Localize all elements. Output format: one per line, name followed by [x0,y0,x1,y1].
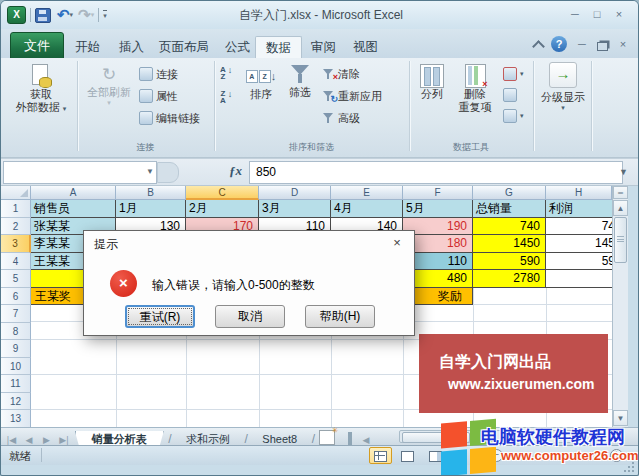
outline-button[interactable]: → 分级显示 ▾ [539,62,587,112]
select-all-corner[interactable] [1,186,31,200]
scroll-up-icon[interactable]: ▲ [613,200,628,216]
minimize-button[interactable]: ─ [564,7,586,22]
cell[interactable]: 1450 [472,234,546,253]
column-header-F[interactable]: F [403,186,473,200]
cell[interactable]: 590 [472,252,546,271]
sort-az-button[interactable]: AZ↓ [220,66,232,80]
workbook-restore-icon[interactable] [597,42,608,51]
sort-za-button[interactable]: ZA↓ [220,90,232,104]
normal-view-button[interactable] [369,447,392,464]
get-external-data-button[interactable]: 获取 外部数据 ▾ [11,64,71,115]
tab-formulas[interactable]: 公式 [215,36,260,58]
redo-button[interactable]: ↷ [78,8,91,22]
tab-review[interactable]: 审阅 [301,36,346,58]
row-header-7[interactable]: 7 [1,305,31,323]
cell[interactable]: 145 [545,234,621,253]
tab-view[interactable]: 视图 [343,36,388,58]
name-box-dropdown-icon[interactable]: ▼ [146,167,154,176]
column-header-C[interactable]: C [186,186,259,200]
data-validation-button[interactable]: ▾ [503,66,524,82]
cell[interactable]: 74 [545,217,621,236]
close-button[interactable]: × [608,7,630,22]
excel-app-icon[interactable]: X [7,6,26,24]
dialog-close-icon[interactable]: × [388,235,406,250]
vertical-scroll-thumb[interactable] [614,217,627,263]
row-header-5[interactable]: 5 [1,270,31,288]
row-header-4[interactable]: 4 [1,253,31,271]
cell[interactable]: 59 [545,252,621,271]
cell[interactable]: 4月 [330,200,403,218]
row-header-1[interactable]: 1 [1,200,31,218]
name-box[interactable]: ▼ [3,161,157,184]
cell[interactable]: 5月 [402,200,473,218]
retry-button[interactable]: 重试(R) [125,305,195,328]
insert-worksheet-icon[interactable] [319,430,335,445]
cell[interactable]: 2月 [185,200,259,218]
dialog-message: 输入错误，请输入0-500的整数 [152,277,315,294]
row-header-9[interactable]: 9 [1,340,31,358]
help-icon[interactable]: ? [551,36,567,52]
properties-button[interactable]: 属性 [139,88,200,104]
watermark-line1: 自学入门网出品 [439,352,551,373]
tab-page-layout[interactable]: 页面布局 [149,36,219,58]
clear-filter-button[interactable]: ×清除 [323,66,382,82]
cell[interactable]: 2780 [472,269,546,288]
tab-scroll-splitter[interactable] [348,432,352,445]
properties-icon [139,89,153,103]
cell[interactable]: 3月 [258,200,331,218]
workbook-close-icon[interactable]: × [616,37,630,52]
consolidate-button[interactable] [503,87,524,103]
edit-links-button[interactable]: 编辑链接 [139,110,200,126]
tab-data[interactable]: 数据 [255,36,302,59]
column-header-G[interactable]: G [473,186,546,200]
scroll-down-icon[interactable]: ▼ [613,410,628,426]
cancel-button[interactable]: 取消 [215,305,285,328]
connections-button[interactable]: 连接 [139,66,200,82]
maximize-button[interactable]: □ [586,7,608,22]
row-header-13[interactable]: 13 [1,410,31,428]
column-header-E[interactable]: E [331,186,403,200]
page-layout-view-button[interactable] [396,447,419,464]
row-header-3[interactable]: 3 [1,235,31,253]
row-header-8[interactable]: 8 [1,323,31,341]
column-header-D[interactable]: D [259,186,331,200]
remove-duplicates-button[interactable]: × 删除 重复项 [453,64,497,114]
row-header-11[interactable]: 11 [1,375,31,393]
cell[interactable] [545,269,621,288]
undo-button[interactable]: ↶ [57,8,70,22]
cell[interactable]: 740 [472,217,546,236]
cell[interactable]: 1月 [115,200,186,218]
advanced-filter-button[interactable]: 高级 [323,110,382,126]
formula-input[interactable]: 850 [249,161,623,184]
insert-function-icon[interactable]: ƒx [229,163,242,179]
refresh-all-button[interactable]: ↻ 全部刷新 ▾ [83,64,135,107]
expand-formula-bar-icon[interactable]: ▼ [619,167,628,177]
row-header-12[interactable]: 12 [1,393,31,411]
row-header-2[interactable]: 2 [1,218,31,236]
help-button[interactable]: 帮助(H) [305,305,375,328]
tab-home[interactable]: 开始 [65,36,110,58]
reapply-button[interactable]: ↻重新应用 [323,88,382,104]
save-button[interactable] [35,8,51,23]
row-header-6[interactable]: 6 [1,288,31,306]
cell[interactable]: 销售员 [31,200,116,218]
tab-insert[interactable]: 插入 [109,36,154,58]
text-to-columns-button[interactable]: 分列 [415,64,449,101]
what-if-analysis-button[interactable]: ▾ [503,108,524,124]
filter-button[interactable]: 筛选 [282,64,318,99]
column-header-H[interactable]: H [546,186,612,200]
workbook-minimize-icon[interactable]: ─ [575,37,589,52]
vertical-scrollbar[interactable]: ═ ▲ ▼ [612,186,628,427]
column-header-B[interactable]: B [116,186,186,200]
column-header-A[interactable]: A [31,186,116,200]
row-header-10[interactable]: 10 [1,358,31,376]
tab-file[interactable]: 文件 [10,32,64,60]
cell[interactable]: 利润 [545,200,621,218]
minimize-ribbon-icon[interactable] [532,40,545,53]
qat-customize-icon[interactable]: ▾ [103,10,107,20]
undo-dropdown-icon[interactable]: ▾ [70,11,74,19]
scrollbar-split-handle[interactable]: ═ [613,186,628,199]
cell[interactable]: 总销量 [472,200,546,218]
sort-za-icon: ZA [220,90,226,104]
sort-button[interactable]: AZ↓ 排序 [244,64,278,101]
